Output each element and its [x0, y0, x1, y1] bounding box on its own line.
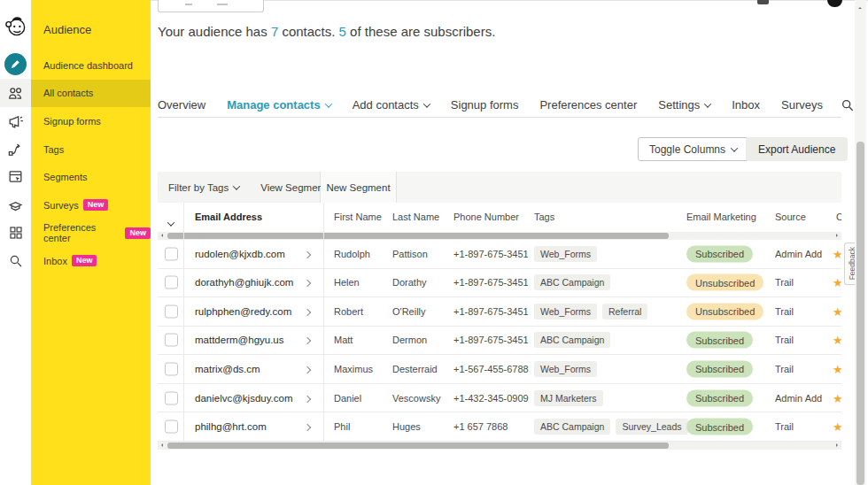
email-cell[interactable]: matrix@ds.cm — [195, 364, 260, 374]
tag-pill[interactable]: Web_Forms — [534, 361, 597, 377]
chevron-right-icon[interactable] — [305, 249, 310, 259]
scroll-up-arrow[interactable] — [858, 5, 862, 9]
search-icon[interactable] — [0, 252, 31, 270]
column-divider — [183, 203, 184, 442]
column-header-last-name[interactable]: Last Name — [392, 212, 439, 222]
column-header-email[interactable]: Email Address — [195, 212, 262, 222]
tab-signup-forms[interactable]: Signup forms — [451, 98, 519, 112]
row-checkbox[interactable] — [165, 391, 178, 404]
content-icon[interactable] — [0, 196, 31, 213]
tag-pill[interactable]: ABC Campaign — [534, 332, 610, 348]
mailchimp-logo-icon[interactable] — [0, 12, 31, 41]
phone-cell: +1-897-675-3451 — [453, 277, 529, 288]
first-name-cell: Daniel — [334, 393, 361, 404]
sidebar-item-segments[interactable]: Segments — [31, 163, 151, 191]
tag-pill[interactable]: ABC Campaign — [534, 419, 610, 435]
chevron-right-icon[interactable] — [305, 277, 310, 288]
automations-icon[interactable] — [0, 140, 31, 158]
scroll-left-arrow[interactable] — [159, 234, 163, 237]
sidebar-item-signup-forms[interactable]: Signup forms — [31, 107, 151, 135]
summary-text: contacts. — [278, 24, 338, 39]
row-checkbox[interactable] — [165, 276, 178, 289]
email-cell[interactable]: dorathyh@ghiujk.com — [195, 277, 293, 288]
email-cell[interactable]: philhg@hrt.com — [195, 421, 267, 432]
column-header-cutoff[interactable]: C — [836, 212, 841, 222]
tag-pill[interactable]: MJ Marketers — [534, 390, 603, 406]
tab-preferences-center[interactable]: Preferences center — [539, 98, 637, 112]
sidebar-item-surveys[interactable]: SurveysNew — [31, 191, 151, 219]
scroll-right-arrow[interactable] — [836, 443, 840, 447]
tab-manage-contacts[interactable]: Manage contacts — [227, 98, 330, 112]
sidebar-item-all-contacts[interactable]: All contacts — [31, 80, 151, 108]
horizontal-scrollbar-top[interactable] — [158, 232, 841, 240]
chevron-right-icon[interactable] — [305, 364, 310, 374]
select-all-chevron[interactable] — [168, 214, 174, 230]
new-segment-button[interactable]: New Segment — [321, 172, 397, 203]
sidebar-item-label: Surveys — [43, 200, 79, 211]
avatar-cutoff[interactable] — [827, 0, 842, 7]
chevron-down-icon — [731, 144, 738, 151]
tab-label: Preferences center — [539, 98, 637, 112]
column-header-email-marketing[interactable]: Email Marketing — [686, 212, 756, 222]
tab-surveys[interactable]: Surveys — [781, 98, 823, 112]
chevron-right-icon[interactable] — [305, 335, 310, 345]
chevron-right-icon[interactable] — [305, 306, 310, 317]
vertical-scrollbar[interactable] — [855, 0, 866, 485]
row-checkbox[interactable] — [165, 334, 178, 347]
tab-settings[interactable]: Settings — [658, 98, 710, 112]
row-checkbox[interactable] — [165, 420, 178, 434]
icon-rail — [0, 0, 31, 485]
chevron-right-icon[interactable] — [305, 393, 310, 404]
horizontal-scrollbar-bottom[interactable] — [158, 442, 841, 450]
tag-pill[interactable]: Web_Forms — [534, 246, 597, 262]
tab-label: Manage contacts — [227, 98, 320, 112]
column-header-phone-number[interactable]: Phone Number — [453, 212, 519, 222]
tab-label: Inbox — [732, 98, 760, 112]
row-checkbox[interactable] — [165, 304, 178, 318]
sidebar-title: Audience — [43, 23, 91, 36]
tag-pill[interactable]: ABC Campaign — [534, 274, 610, 290]
website-icon[interactable] — [0, 167, 31, 185]
tag-pill[interactable]: Referral — [602, 304, 647, 319]
apps-grid-icon[interactable] — [0, 224, 31, 242]
scrollbar-thumb[interactable] — [167, 443, 669, 449]
sidebar-item-tags[interactable]: Tags — [31, 135, 151, 164]
gift-icon-cutoff[interactable] — [757, 0, 769, 4]
column-header-source[interactable]: Source — [775, 212, 806, 222]
tab-add-contacts[interactable]: Add contacts — [353, 98, 430, 112]
tab-overview[interactable]: Overview — [158, 98, 205, 112]
filter-by-tags-dropdown[interactable]: Filter by Tags — [168, 182, 239, 193]
row-checkbox[interactable] — [165, 362, 178, 375]
new-badge: New — [83, 199, 109, 211]
sidebar-item-audience-dashboard[interactable]: Audience dashboard — [31, 51, 151, 80]
tag-pill[interactable]: Survey_Leads — [616, 419, 687, 435]
column-header-tags[interactable]: Tags — [534, 212, 554, 222]
audience-switcher-cutoff[interactable] — [158, 0, 264, 12]
tab-inbox[interactable]: Inbox — [732, 98, 760, 112]
sidebar-item-inbox[interactable]: InboxNew — [31, 247, 151, 275]
scroll-right-arrow[interactable] — [836, 234, 840, 237]
column-header-first-name[interactable]: First Name — [334, 212, 382, 222]
tag-pill[interactable]: Web_Forms — [534, 304, 597, 319]
toggle-columns-button[interactable]: Toggle Columns — [638, 137, 748, 161]
export-audience-button[interactable]: Export Audience — [746, 137, 848, 161]
scrollbar-thumb[interactable] — [167, 233, 669, 239]
row-checkbox[interactable] — [165, 247, 178, 260]
scroll-left-arrow[interactable] — [159, 443, 163, 447]
email-cell[interactable]: danielvc@kjsduy.com — [195, 393, 293, 404]
tab-search-icon[interactable] — [841, 98, 855, 112]
chevron-right-icon[interactable] — [305, 421, 310, 432]
audience-icon[interactable] — [0, 84, 31, 102]
campaigns-megaphone-icon[interactable] — [0, 112, 31, 130]
table-row: rulphphen@redy.comRobertO'Reilly+1-897-6… — [158, 297, 841, 327]
create-button[interactable] — [0, 52, 31, 75]
mailchimp-audience-page: Audience Audience dashboardAll contactsS… — [0, 0, 868, 485]
contact-rating-star: ★ — [833, 391, 841, 404]
scrollbar-thumb[interactable] — [856, 142, 864, 485]
email-cell[interactable]: mattderm@hgyu.us — [195, 335, 284, 345]
email-cell[interactable]: rudolen@kjxdb.com — [195, 249, 285, 259]
email-cell[interactable]: rulphphen@redy.com — [195, 306, 291, 317]
sidebar-item-preferences-center[interactable]: Preferences centerNew — [31, 219, 151, 248]
pencil-icon — [4, 53, 27, 75]
table-header-row: Email Address First Name Last Name Phone… — [158, 203, 841, 232]
